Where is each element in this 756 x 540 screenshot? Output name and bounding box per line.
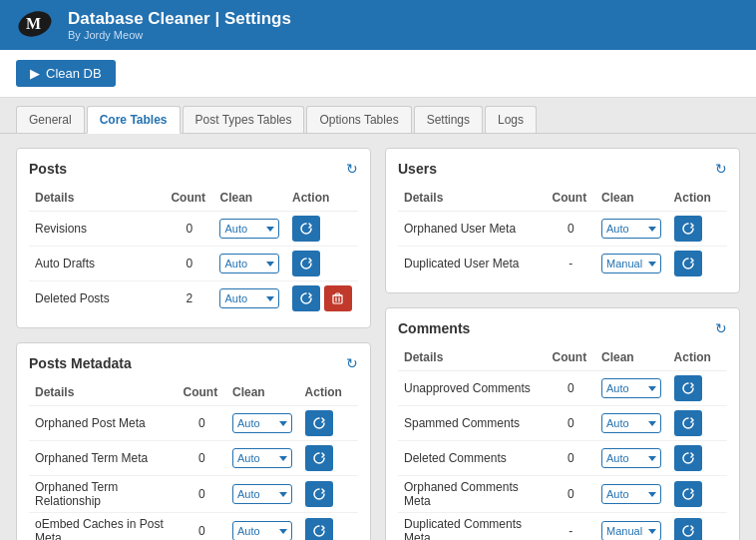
comments-col-clean: Clean [595,346,668,371]
clean-select[interactable]: AutoManual [219,288,279,308]
users-table-header: Details Count Clean Action [398,187,727,212]
clean-select[interactable]: AutoManual [219,254,279,273]
row-clean: AutoManual [595,441,668,476]
row-clean: AutoManual [213,212,286,247]
table-row: Deleted Comments0AutoManual [398,441,727,476]
table-row: Orphaned Term Meta0AutoManual [29,441,358,476]
clean-select[interactable]: AutoManual [232,448,292,468]
action-reset-button[interactable] [292,251,320,276]
header-text: Database Cleaner | Settings By Jordy Meo… [68,9,291,41]
left-column: Posts ↻ Details Count Clean Action Revis… [16,148,371,540]
header-logo: M [16,5,54,46]
table-row: Orphaned Post Meta0AutoManual [29,406,358,441]
action-reset-button[interactable] [674,216,702,242]
posts-table: Details Count Clean Action Revisions0Aut… [29,187,358,315]
clean-select[interactable]: AutoManual [601,448,661,468]
users-card-header: Users ↻ [398,161,727,177]
clean-select[interactable]: AutoManual [601,484,661,504]
row-count: 0 [547,212,596,247]
users-title: Users [398,161,437,177]
row-clean: AutoManual [226,513,299,541]
action-reset-button[interactable] [674,518,702,540]
posts-metadata-title: Posts Metadata [29,355,132,371]
comments-table-header: Details Count Clean Action [398,346,727,371]
row-detail: Duplicated Comments Meta [398,513,547,541]
action-reset-button[interactable] [305,410,333,436]
row-count: 0 [547,371,596,406]
users-col-action: Action [668,187,727,212]
tab-post-types-tables[interactable]: Post Types Tables [183,106,305,133]
row-action [668,212,727,247]
posts-metadata-refresh-icon[interactable]: ↻ [346,355,358,371]
posts-card-header: Posts ↻ [29,161,358,177]
posts-metadata-table-header: Details Count Clean Action [29,381,358,406]
clean-select[interactable]: AutoManual [601,254,661,273]
row-count: 0 [547,441,596,476]
clean-select[interactable]: AutoManual [601,413,661,433]
action-reset-button[interactable] [305,518,333,540]
action-reset-button[interactable] [674,481,702,507]
action-reset-button[interactable] [292,216,320,242]
row-action [668,247,727,281]
tab-logs[interactable]: Logs [485,106,537,133]
action-reset-button[interactable] [674,251,702,276]
comments-col-details: Details [398,346,547,371]
row-clean: AutoManual [213,247,286,281]
clean-select[interactable]: AutoManual [232,484,292,504]
row-count: 0 [547,476,596,513]
clean-select[interactable]: AutoManual [232,413,292,433]
pm-col-action: Action [299,381,358,406]
row-clean: AutoManual [595,371,668,406]
table-row: Revisions0AutoManual [29,212,358,247]
action-reset-button[interactable] [674,445,702,471]
users-col-clean: Clean [595,187,668,212]
posts-table-header: Details Count Clean Action [29,187,358,212]
clean-db-button[interactable]: ▶ Clean DB [16,60,116,87]
row-action [668,406,727,441]
clean-select[interactable]: AutoManual [232,521,292,540]
action-delete-button[interactable] [324,285,352,311]
comments-table: Details Count Clean Action Unapproved Co… [398,346,727,540]
comments-title: Comments [398,320,470,336]
tab-settings[interactable]: Settings [414,106,483,133]
clean-select[interactable]: AutoManual [601,521,661,540]
posts-metadata-table: Details Count Clean Action Orphaned Post… [29,381,358,540]
action-reset-button[interactable] [305,481,333,507]
tab-options-tables[interactable]: Options Tables [306,106,411,133]
users-col-details: Details [398,187,547,212]
action-reset-button[interactable] [674,410,702,436]
row-action [299,406,358,441]
row-detail: Spammed Comments [398,406,547,441]
comments-refresh-icon[interactable]: ↻ [715,320,727,336]
posts-col-count: Count [165,187,213,212]
posts-metadata-card-header: Posts Metadata ↻ [29,355,358,371]
comments-card-header: Comments ↻ [398,320,727,336]
action-reset-button[interactable] [674,375,702,401]
row-action [668,371,727,406]
clean-select[interactable]: AutoManual [601,378,661,398]
tab-core-tables[interactable]: Core Tables [87,106,181,134]
posts-refresh-icon[interactable]: ↻ [346,161,358,177]
tab-general[interactable]: General [16,106,85,133]
row-action [286,281,358,316]
row-detail: Auto Drafts [29,247,165,281]
row-count: 0 [547,406,596,441]
row-clean: AutoManual [226,406,299,441]
row-count: 0 [165,212,213,247]
table-row: Duplicated User Meta-AutoManual [398,247,727,281]
row-clean: AutoManual [595,212,668,247]
users-refresh-icon[interactable]: ↻ [715,161,727,177]
row-action [299,476,358,513]
row-detail: oEmbed Caches in Post Meta [29,513,178,541]
row-action [668,476,727,513]
row-clean: AutoManual [595,406,668,441]
header-subtitle: By Jordy Meow [68,29,291,41]
right-column: Users ↻ Details Count Clean Action Orpha… [385,148,740,540]
clean-select[interactable]: AutoManual [601,219,661,239]
action-reset-button[interactable] [292,285,320,311]
table-row: Orphaned Term Relationship0AutoManual [29,476,358,513]
row-detail: Orphaned Comments Meta [398,476,547,513]
action-reset-button[interactable] [305,445,333,471]
row-action [299,441,358,476]
clean-select[interactable]: AutoManual [219,219,279,239]
